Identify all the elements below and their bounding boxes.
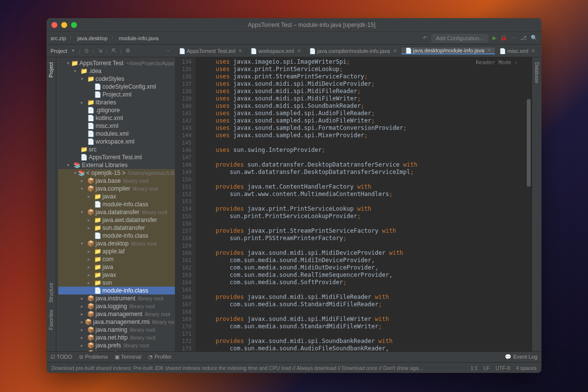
- editor-tab[interactable]: 📄java.compiler/module-info.java✕: [305, 48, 401, 54]
- tree-arrow-icon[interactable]: ▾: [81, 241, 86, 246]
- tree-node[interactable]: ▾📦java.datatransferlibrary root: [58, 208, 175, 216]
- profiler-tab[interactable]: ◔ Profiler: [148, 354, 172, 360]
- tree-arrow-icon[interactable]: ▾: [81, 210, 86, 215]
- tree-node[interactable]: ▾📁AppsTorrent Test~/IdeaProjects/AppsTor…: [58, 59, 175, 67]
- search-icon[interactable]: 🔍: [531, 35, 538, 41]
- tree-node[interactable]: 📄AppsTorrent Test.iml: [58, 153, 175, 161]
- close-tab-icon[interactable]: ✕: [297, 48, 301, 53]
- tree-node[interactable]: 📄codeStyleConfig.xml: [58, 83, 175, 91]
- tree-arrow-icon[interactable]: ▾: [81, 76, 86, 81]
- tree-arrow-icon[interactable]: ▸: [81, 343, 86, 348]
- project-tree-panel[interactable]: ▾📁AppsTorrent Test~/IdeaProjects/AppsTor…: [56, 57, 175, 351]
- code-line[interactable]: sun.print.PrintServiceLookupProvider;: [201, 213, 532, 220]
- tree-node[interactable]: ▸📦java.prefslibrary root: [58, 342, 175, 349]
- tree-arrow-icon[interactable]: ▸: [88, 265, 93, 270]
- status-message[interactable]: Download pre-built shared indexes: Pre-b…: [51, 365, 424, 371]
- code-line[interactable]: [201, 154, 532, 161]
- code-line[interactable]: provides java.net.ContentHandlerFactory …: [201, 183, 532, 191]
- tree-arrow-icon[interactable]: ▸: [81, 304, 86, 309]
- tree-arrow-icon[interactable]: ▸: [81, 100, 86, 105]
- code-line[interactable]: [201, 330, 532, 338]
- tree-node[interactable]: 📄module-info.class: [58, 200, 175, 208]
- settings-gear-icon[interactable]: ⚙: [125, 48, 130, 54]
- tree-arrow-icon[interactable]: ▸: [88, 272, 93, 277]
- terminal-tab[interactable]: ▣ Terminal: [115, 354, 141, 360]
- code-line[interactable]: com.sun.media.sound.SoftProvider;: [201, 279, 532, 286]
- code-line[interactable]: com.sun.media.sound.StandardMidiFileWrit…: [201, 323, 532, 330]
- code-line[interactable]: sun.awt.datatransfer.DesktopDatatransfer…: [201, 169, 532, 176]
- editor-tab[interactable]: 📄AppsTorrent Test.iml✕: [175, 48, 246, 54]
- tree-arrow-icon[interactable]: ▸: [88, 249, 93, 254]
- breadcrumb-item[interactable]: module-info.java: [119, 35, 159, 41]
- tree-node[interactable]: ▸📁sun: [58, 279, 175, 287]
- back-button[interactable]: ↶: [423, 35, 427, 41]
- tree-node[interactable]: ▸📦java.management.rmilibrary root: [58, 318, 175, 326]
- tree-arrow-icon[interactable]: ▸: [88, 257, 93, 262]
- tree-node[interactable]: 📄misc.xml: [58, 122, 175, 130]
- tree-arrow-icon[interactable]: ▾: [74, 69, 79, 74]
- tree-node[interactable]: 📄modules.xml: [58, 130, 175, 138]
- expand-all-icon[interactable]: ⇲: [98, 48, 102, 54]
- close-tab-icon[interactable]: ✕: [393, 48, 397, 53]
- structure-tool-button[interactable]: Structure: [49, 283, 54, 303]
- database-tool-button[interactable]: Database: [534, 62, 539, 83]
- code-editor[interactable]: 1341351361371381391401411421431441451461…: [175, 57, 532, 351]
- tree-arrow-icon[interactable]: ▸: [88, 194, 93, 199]
- code-line[interactable]: [201, 286, 532, 294]
- code-line[interactable]: uses javax.sound.midi.spi.MidiDeviceProv…: [201, 80, 532, 88]
- tree-arrow-icon[interactable]: ▾: [74, 171, 76, 175]
- close-tab-icon[interactable]: ✕: [531, 48, 535, 53]
- project-tool-button[interactable]: Project: [49, 62, 54, 77]
- tree-node[interactable]: ▾📚External Libraries: [58, 161, 175, 169]
- tree-arrow-icon[interactable]: ▾: [81, 186, 86, 191]
- tree-node[interactable]: ▸📁sun.datatransfer: [58, 224, 175, 232]
- tree-node[interactable]: ▾📦java.compilerlibrary root: [58, 185, 175, 193]
- code-line[interactable]: [201, 220, 532, 227]
- tree-node[interactable]: 📄kotlinc.xml: [58, 114, 175, 122]
- code-line[interactable]: uses javax.sound.midi.spi.MidiFileWriter…: [201, 95, 532, 102]
- code-line[interactable]: com.sun.media.sound.MidiInDeviceProvider…: [201, 257, 532, 264]
- code-area[interactable]: uses javax.imageio.spi.ImageWriterSpi; u…: [196, 57, 532, 351]
- tree-node[interactable]: 📄module-info.class: [58, 232, 175, 240]
- scrollbar-thumb[interactable]: [527, 99, 531, 187]
- editor-tab[interactable]: 📄misc.xml✕: [495, 48, 539, 54]
- tree-node[interactable]: ▸📦java.naminglibrary root: [58, 326, 175, 334]
- breadcrumb-item[interactable]: src.zip: [50, 35, 66, 41]
- code-line[interactable]: [201, 139, 532, 147]
- tree-arrow-icon[interactable]: ▸: [81, 312, 86, 317]
- tree-node[interactable]: ▾📁.idea: [58, 67, 175, 75]
- code-line[interactable]: uses javax.sound.sampled.spi.AudioFileWr…: [201, 117, 532, 124]
- close-window-button[interactable]: [51, 22, 57, 28]
- code-line[interactable]: uses javax.sound.midi.spi.MidiFileReader…: [201, 88, 532, 95]
- breadcrumb-item[interactable]: java.desktop: [77, 35, 108, 41]
- tree-node[interactable]: 📄.gitignore: [58, 106, 175, 114]
- code-line[interactable]: uses javax.print.PrintServiceLookup;: [201, 66, 532, 73]
- run-button[interactable]: ▶: [492, 35, 496, 41]
- tree-node[interactable]: ▸📁libraries: [58, 98, 175, 106]
- editor-tab[interactable]: 📄workspace.xml✕: [246, 48, 305, 54]
- code-line[interactable]: uses javax.sound.sampled.spi.AudioFileRe…: [201, 110, 532, 117]
- code-line[interactable]: [201, 176, 532, 183]
- tree-arrow-icon[interactable]: ▸: [81, 178, 86, 183]
- tree-arrow-icon[interactable]: ▸: [88, 280, 93, 285]
- tree-arrow-icon[interactable]: ▸: [81, 319, 83, 324]
- code-line[interactable]: com.sun.media.sound.AudioFileSoundbankRe…: [201, 345, 532, 351]
- line-separator[interactable]: LF: [484, 365, 490, 371]
- tree-node[interactable]: ▸📁com: [58, 255, 175, 263]
- tree-node[interactable]: ▾📦java.desktoplibrary root: [58, 240, 175, 247]
- hide-panel-icon[interactable]: －: [166, 47, 171, 54]
- close-tab-icon[interactable]: ✕: [487, 48, 491, 53]
- code-line[interactable]: uses javax.print.StreamPrintServiceFacto…: [201, 73, 532, 80]
- tree-node[interactable]: ▸📦java.managementlibrary root: [58, 310, 175, 318]
- tree-node[interactable]: ▸📦java.logginglibrary root: [58, 302, 175, 310]
- code-line[interactable]: uses javax.sound.sampled.spi.FormatConve…: [201, 124, 532, 132]
- reader-mode-label[interactable]: Reader Mode ✓: [476, 59, 518, 66]
- tree-arrow-icon[interactable]: ▸: [88, 218, 93, 222]
- editor-tab[interactable]: 📄kotlinc.xml✕: [539, 48, 541, 54]
- code-line[interactable]: [201, 308, 532, 316]
- code-line[interactable]: com.sun.media.sound.MidiOutDeviceProvide…: [201, 264, 532, 271]
- code-line[interactable]: provides javax.sound.midi.spi.SoundbankR…: [201, 338, 532, 345]
- tree-arrow-icon[interactable]: ▾: [67, 163, 72, 168]
- tree-node[interactable]: ▸📦java.baselibrary root: [58, 177, 175, 185]
- tree-node[interactable]: ▸📁java.awt.datatransfer: [58, 216, 175, 224]
